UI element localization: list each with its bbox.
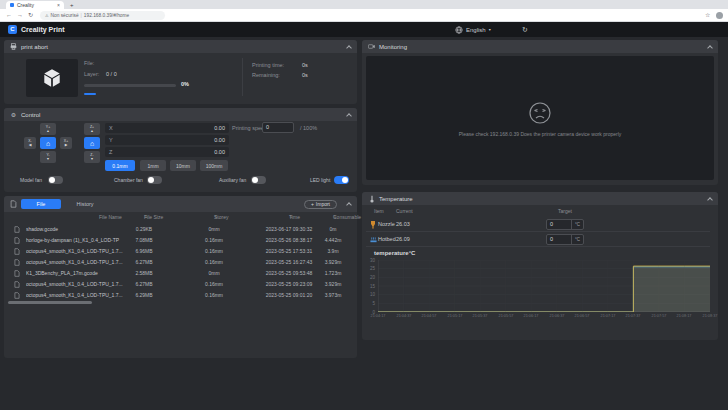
print-panel-header: print abort — [4, 40, 357, 53]
col-target: Target — [558, 208, 572, 214]
refresh-icon[interactable]: ↻ — [522, 25, 528, 34]
collapse-chevron-icon[interactable] — [346, 45, 352, 51]
not-secure-icon[interactable]: ⚠ — [45, 13, 49, 18]
chamber-fan-toggle[interactable] — [147, 176, 162, 184]
plus-icon: + — [311, 201, 314, 207]
file-storey: 0.16mm — [186, 281, 242, 287]
file-storey: 0mm — [186, 226, 242, 232]
col-item: Item — [374, 208, 384, 214]
remaining-label: Remaining: — [252, 72, 280, 78]
control-panel-title: Control — [21, 112, 40, 118]
nozzle-target-value[interactable]: 0 — [547, 220, 571, 229]
reload-icon[interactable]: ↻ — [28, 11, 33, 20]
thermometer-icon — [368, 195, 375, 202]
toggle-knob — [342, 177, 348, 183]
tab-history[interactable]: History — [65, 199, 105, 209]
collapse-chevron-icon[interactable] — [346, 113, 352, 119]
creality-favicon — [10, 3, 14, 7]
file-label: File: — [84, 60, 94, 66]
printing-speed-suffix: / 100% — [300, 125, 317, 131]
collapse-chevron-icon[interactable] — [707, 197, 713, 203]
home-z-button[interactable]: ⌂ — [84, 137, 100, 149]
step-10mm-button[interactable]: 10mm — [170, 160, 196, 171]
home-icon: ⌂ — [46, 140, 50, 147]
file-storey: 0.16mm — [186, 248, 242, 254]
x-tick-label: 21:04:57 — [418, 313, 440, 317]
bookmark-star-icon[interactable]: ☆ — [705, 11, 710, 20]
cube-icon — [41, 67, 63, 89]
file-type-icon — [14, 259, 22, 267]
control-panel-header: ⚙ Control — [4, 108, 357, 121]
auxiliary-fan-toggle[interactable] — [251, 176, 266, 184]
file-row[interactable]: octopus4_smooth_K1_0.4_LOD-TPU_1.7... 6.… — [4, 290, 357, 301]
file-storey: 0.16mm — [186, 259, 242, 265]
file-consumable: 1.723m — [310, 270, 356, 276]
jog-x-minus-button[interactable]: X- ◀ — [24, 137, 36, 149]
led-light-toggle[interactable] — [334, 176, 349, 184]
file-row[interactable]: octopus4_smooth_K1_0.4_LOD-TPU_1.7... 6.… — [4, 246, 357, 257]
file-type-icon — [14, 237, 22, 245]
y-tick-label: 10 — [365, 292, 375, 297]
print-status-panel: print abort File: Layer: 0 / 0 0% Printi… — [4, 40, 357, 104]
language-selector[interactable]: English ▾ — [455, 25, 491, 34]
forward-icon[interactable]: → — [17, 11, 23, 20]
jog-x-plus-button[interactable]: X+ ▶ — [60, 137, 72, 149]
file-size: 6.27MB — [116, 259, 172, 265]
file-size: 6.29MB — [116, 292, 172, 298]
file-row[interactable]: octopus4_smooth_K1_0.4_LOD-TPU_1.7... 6.… — [4, 279, 357, 290]
axis-readout-y: Y 0.00 — [105, 135, 229, 145]
arrow-left-icon: ◀ — [29, 143, 32, 147]
jog-y-minus-button[interactable]: Y- ▼ — [40, 151, 56, 163]
jog-z-plus-button[interactable]: Z+ ▲ — [84, 123, 100, 135]
hotbed-target-value[interactable]: 0 — [547, 235, 571, 244]
horizontal-scrollbar[interactable] — [8, 301, 92, 304]
jog-y-plus-button[interactable]: Y+ ▲ — [40, 123, 56, 135]
new-tab-button[interactable]: + — [70, 1, 74, 9]
tab-file[interactable]: File — [21, 199, 61, 209]
model-fan-label: Model fan — [20, 177, 42, 183]
arrow-up-icon: ▲ — [90, 129, 93, 133]
model-fan-toggle[interactable] — [48, 176, 63, 184]
hotbed-row: Hotbed 26.09 0 °C — [366, 232, 710, 247]
profile-icon[interactable] — [716, 12, 723, 19]
x-tick-label: 21:07:37 — [622, 313, 644, 317]
step-0.1mm-button[interactable]: 0.1mm — [105, 160, 135, 171]
home-icon: ⌂ — [90, 140, 94, 147]
screen: Creality × + ← → ↻ ⚠ Non sécurisé | 192.… — [0, 0, 728, 410]
tab-close-icon[interactable]: × — [57, 3, 60, 8]
nozzle-current: 26.03 — [396, 221, 410, 227]
details-link[interactable] — [84, 93, 96, 95]
back-icon[interactable]: ← — [6, 11, 12, 20]
x-tick-label: 21:07:57 — [648, 313, 670, 317]
print-progress-percent: 0% — [181, 81, 189, 87]
file-row[interactable]: shadow.gcode 0.29KB 0mm 2023-06-17 09:30… — [4, 224, 357, 235]
nozzle-target-input[interactable]: 0 °C — [546, 219, 584, 230]
import-button[interactable]: + Import — [304, 200, 337, 209]
file-row[interactable]: octopus4_smooth_K1_0.4_LOD-TPU_1.7... 6.… — [4, 257, 357, 268]
address-bar[interactable]: ⚠ Non sécurisé | 192.168.0.39/#/home — [40, 11, 165, 20]
file-type-icon — [14, 248, 22, 256]
jog-z-minus-button[interactable]: Z- ▼ — [84, 151, 100, 163]
camera-error-message: Please check 192.168.0.39 Does the print… — [459, 131, 622, 137]
printing-speed-input[interactable]: 0 — [262, 122, 294, 133]
camera-view: Please check 192.168.0.39 Does the print… — [366, 56, 714, 180]
file-row[interactable]: K1_3DBenchy_PLA_17m.gcode 2.58MB 0mm 202… — [4, 268, 357, 279]
y-tick-label: 20 — [365, 275, 375, 280]
printer-icon — [10, 43, 17, 50]
chart-title: temperature°C — [374, 250, 415, 256]
collapse-chevron-icon[interactable] — [346, 202, 352, 208]
axis-x-value: 0.00 — [214, 125, 225, 131]
file-consumable: 4.442m — [310, 237, 356, 243]
browser-tab[interactable]: Creality × — [6, 1, 64, 9]
sort-icon: ⇅ — [144, 214, 147, 219]
nozzle-row: Nozzle 26.03 0 °C — [366, 217, 710, 232]
step-100mm-button[interactable]: 100mm — [200, 160, 228, 171]
hotbed-target-input[interactable]: 0 °C — [546, 234, 584, 245]
collapse-chevron-icon[interactable] — [707, 45, 713, 51]
temperature-panel-header: Temperature — [362, 192, 718, 205]
file-row[interactable]: horloge-by-dampsan (1)_K1_0.4_LOD-TP 7.0… — [4, 235, 357, 246]
home-xy-button[interactable]: ⌂ — [40, 137, 56, 149]
step-1mm-button[interactable]: 1mm — [140, 160, 166, 171]
layer-label: Layer: — [84, 71, 99, 77]
url-text: 192.168.0.39/#/home — [84, 13, 129, 18]
